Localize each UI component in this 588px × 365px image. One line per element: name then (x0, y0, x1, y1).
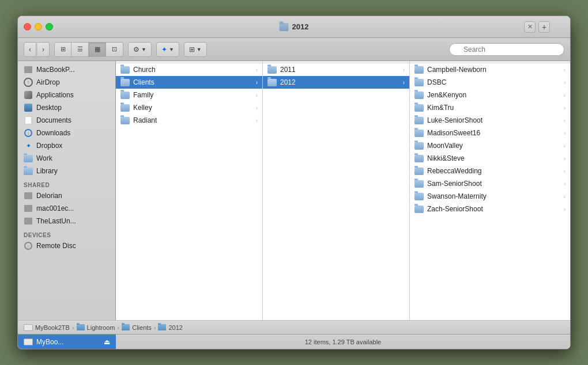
arrange-button[interactable]: ⊞ ▼ (184, 42, 207, 57)
sidebar-item-thelastun[interactable]: TheLastUn... (18, 215, 115, 227)
rebeccawedding-arrow: › (564, 168, 566, 174)
search-wrap: 🔍 (449, 43, 564, 56)
window-title: 2012 (292, 22, 309, 31)
kimtru-folder-icon (414, 104, 424, 112)
icon-view-button[interactable]: ⊞ (54, 42, 71, 57)
minimize-button[interactable] (35, 23, 42, 31)
clients-arrow: › (256, 79, 258, 86)
action-button[interactable]: ⚙ ▼ (128, 42, 152, 57)
path-clients-icon (122, 324, 130, 330)
file-item-2012[interactable]: 2012 › (263, 76, 409, 89)
file-item-campbell[interactable]: Campbell-Newborn › (410, 63, 570, 76)
madison-label: MadisonSweet16 (427, 129, 560, 137)
radiant-label: Radiant (133, 116, 252, 124)
moonvalley-arrow: › (564, 143, 566, 149)
campbell-folder-icon (414, 66, 424, 74)
sidebar-item-remotedisc[interactable]: ○ Remote Disc (18, 239, 115, 252)
back-button[interactable]: ‹ (24, 42, 36, 57)
sidebar-item-work[interactable]: Work (18, 152, 115, 165)
file-item-sam[interactable]: Sam-SeniorShoot › (410, 177, 570, 190)
close-button[interactable] (24, 23, 31, 31)
sidebar-item-airdrop[interactable]: AirDrop (18, 76, 115, 89)
kimtru-arrow: › (564, 105, 566, 111)
sidebar-item-documents[interactable]: Documents (18, 114, 115, 127)
file-item-family[interactable]: Family › (116, 89, 262, 101)
coverflow-view-button[interactable]: ⊡ (106, 42, 123, 57)
tab-add-button[interactable]: + (538, 21, 550, 33)
file-item-church[interactable]: Church › (116, 63, 262, 76)
maximize-button[interactable] (46, 23, 53, 31)
mac001ec-icon (24, 204, 33, 213)
pathbar: MyBook2TB › Lightroom › Clients › 2012 (18, 320, 570, 334)
file-item-madison[interactable]: MadisonSweet16 › (410, 127, 570, 139)
sidebar-item-macbookpro[interactable]: MacBookP... (18, 63, 115, 76)
sidebar-label-work: Work (36, 154, 52, 162)
sidebar-item-dropbox[interactable]: ✦ Dropbox (18, 139, 115, 152)
church-label: Church (133, 66, 252, 74)
path-clients-label: Clients (132, 324, 152, 331)
file-item-radiant[interactable]: Radiant › (116, 114, 262, 127)
remotedisc-icon: ○ (24, 241, 33, 250)
dropbox-icon: ✦ (161, 45, 167, 54)
madison-arrow: › (564, 130, 566, 136)
file-item-swanson[interactable]: Swanson-Maternity › (410, 190, 570, 203)
computer-icon (24, 65, 33, 74)
nikkisteve-folder-icon (414, 155, 424, 162)
swanson-label: Swanson-Maternity (427, 192, 560, 200)
titlebar: 2012 ✕ + (18, 16, 570, 38)
file-item-nikkisteve[interactable]: Nikki&Steve › (410, 152, 570, 165)
path-2012[interactable]: 2012 (158, 324, 182, 331)
dropbox-icon: ✦ (24, 141, 33, 150)
device-myboo[interactable]: MyBoo... ⏏ (18, 334, 116, 349)
device-label: MyBoo... (36, 338, 63, 346)
devices-section-header: DEVICES (18, 227, 115, 239)
sidebar-item-desktop[interactable]: Desktop (18, 101, 115, 114)
path-mybook[interactable]: MyBook2TB (24, 324, 70, 331)
forward-button[interactable]: › (37, 42, 50, 57)
path-lightroom[interactable]: Lightroom (77, 324, 115, 331)
file-item-2011[interactable]: 2011 › (263, 63, 409, 76)
path-hdd-icon (24, 324, 33, 331)
file-item-zach[interactable]: Zach-SeniorShoot › (410, 203, 570, 215)
file-item-jenkenyon[interactable]: Jen&Kenyon › (410, 89, 570, 101)
sidebar-item-delorian[interactable]: Delorian (18, 189, 115, 202)
search-input[interactable] (449, 43, 564, 56)
dsbc-arrow: › (564, 79, 566, 86)
church-folder-icon (120, 66, 130, 74)
path-sep-3: › (154, 324, 156, 331)
file-item-kelley[interactable]: Kelley › (116, 101, 262, 114)
main-content: MacBookP... AirDrop Applications Desktop (18, 61, 570, 320)
bottombar: MyBoo... ⏏ 12 items, 1.29 TB available (18, 334, 570, 349)
kimtru-label: Kim&Tru (427, 104, 560, 112)
status-bar: 12 items, 1.29 TB available (116, 334, 570, 349)
swanson-arrow: › (564, 193, 566, 200)
path-clients[interactable]: Clients (122, 324, 152, 331)
file-item-dsbc[interactable]: DSBC › (410, 76, 570, 89)
file-item-moonvalley[interactable]: MoonValley › (410, 139, 570, 152)
nikkisteve-label: Nikki&Steve (427, 154, 560, 162)
sidebar-item-mac001ec[interactable]: mac001ec... (18, 202, 115, 215)
file-column-1: Church › Clients › Family › Kelley › (116, 61, 263, 320)
dropbox-toolbar-button[interactable]: ✦ ▼ (156, 42, 179, 57)
sidebar-item-library[interactable]: Library (18, 165, 115, 177)
sidebar-item-applications[interactable]: Applications (18, 89, 115, 101)
path-lightroom-icon (77, 324, 85, 330)
documents-icon (24, 116, 33, 125)
2011-arrow: › (403, 67, 405, 73)
shared-section-header: SHARED (18, 177, 115, 189)
list-view-button[interactable]: ☰ (71, 42, 89, 57)
sidebar-label-airdrop: AirDrop (36, 78, 60, 86)
finder-window: 2012 ✕ + ‹ › ⊞ ☰ ▦ ⊡ ⚙ ▼ ✦ ▼ ⊞ ▼ 🔍 (17, 16, 571, 349)
file-item-clients[interactable]: Clients › (116, 76, 262, 89)
path-mybook-label: MyBook2TB (35, 324, 70, 331)
column-view-button[interactable]: ▦ (89, 42, 106, 57)
tab-close-button[interactable]: ✕ (524, 21, 536, 33)
dropbox-caret: ▼ (169, 47, 174, 52)
file-item-luke[interactable]: Luke-SeniorShoot › (410, 114, 570, 127)
file-item-rebeccawedding[interactable]: RebeccaWedding › (410, 165, 570, 177)
file-item-kimtru[interactable]: Kim&Tru › (410, 101, 570, 114)
status-text: 12 items, 1.29 TB available (305, 339, 381, 345)
sidebar-item-downloads[interactable]: ↓ Downloads (18, 127, 115, 139)
campbell-arrow: › (564, 67, 566, 73)
eject-icon[interactable]: ⏏ (104, 338, 110, 346)
